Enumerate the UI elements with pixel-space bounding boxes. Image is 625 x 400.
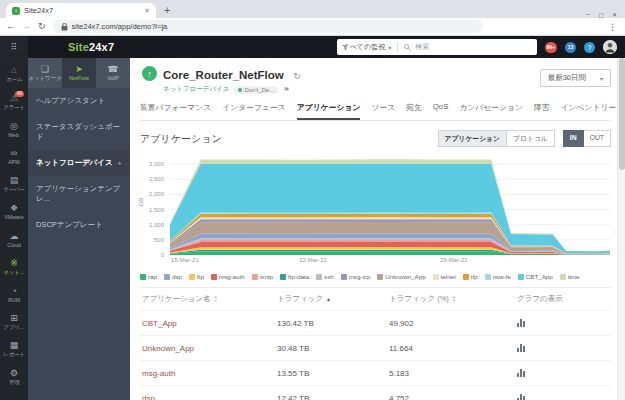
direction-toggle-OUT[interactable]: OUT (584, 130, 611, 147)
column-header-トラフィック (%)[interactable]: トラフィック (%)▲▼ (389, 294, 517, 304)
rail-item-home[interactable]: ⌂ホーム (0, 61, 28, 89)
tab-障害[interactable]: 障害 (534, 102, 550, 120)
legend-item-smtp[interactable]: smtp (252, 273, 273, 280)
tab-ソース[interactable]: ソース (371, 102, 395, 120)
legend-item-ftp[interactable]: ftp (189, 273, 204, 280)
rail-item-label: APM (8, 159, 19, 165)
forward-icon[interactable]: → (22, 22, 31, 31)
y-tick-label: 2,000 (149, 191, 164, 197)
scrollbar[interactable] (617, 58, 625, 400)
tab-装置パフォーマンス[interactable]: 装置パフォーマンス (140, 102, 211, 120)
legend-item-rlp[interactable]: rlp (463, 273, 478, 280)
tag-pill[interactable]: Don't_De... (234, 86, 278, 94)
rail-item-vmware[interactable]: ❖VMware (0, 199, 28, 227)
tag-icon[interactable]: ⚑ (283, 86, 289, 94)
reload-icon[interactable]: ↻ (38, 22, 46, 31)
tab-アプリケーション[interactable]: アプリケーション (297, 102, 361, 120)
tab-カンバセーション[interactable]: カンバセーション (459, 102, 523, 120)
tab-インターフェース[interactable]: インターフェース (222, 102, 285, 120)
sort-down-icon: ▼ (452, 299, 456, 303)
show-graph-icon[interactable] (517, 344, 611, 352)
rail-item-label: アプリ... (4, 324, 24, 331)
legend-item-nsw-fe[interactable]: nsw-fe (485, 273, 511, 280)
tab-QoS[interactable]: QoS (433, 102, 449, 120)
window-controls[interactable]: ─ ▢ ✕ (586, 8, 625, 18)
sidebar-item[interactable]: アプリケーションテンプレ... (28, 176, 130, 212)
rail-item-admin[interactable]: ⚙管理 (0, 364, 28, 392)
legend-item-ssh[interactable]: ssh (316, 273, 334, 280)
rail-item-report[interactable]: ▦レポート (0, 336, 28, 364)
tab-インベントリー[interactable]: インベントリー (561, 102, 617, 120)
tab-宛先[interactable]: 宛先 (406, 102, 422, 120)
sort-asc-icon[interactable]: ▲ (326, 296, 331, 302)
refresh-icon[interactable]: ↻ (293, 71, 301, 81)
sidebar-tab-network[interactable]: ❏ネットワーク (28, 58, 62, 88)
rail-item-app[interactable]: ⊞アプリ... (0, 309, 28, 337)
help-icon[interactable]: ? (584, 42, 595, 53)
section-bar: アプリケーション アプリケーションプロトコル INOUT (140, 130, 611, 147)
legend-item-time[interactable]: time (560, 273, 580, 280)
browser-menu-icon[interactable]: ⋮ (608, 22, 619, 32)
application-name-link[interactable]: msg-auth (142, 369, 277, 378)
browser-tab[interactable]: ↑ Site24x7 ✕ (6, 3, 156, 18)
back-icon[interactable]: ← (6, 22, 15, 31)
scrollbar-thumb[interactable] (619, 58, 625, 170)
search-input[interactable]: 検索 (398, 42, 536, 52)
app-grid-icon[interactable]: ⠿ (0, 36, 28, 58)
plus-icon[interactable]: + (118, 159, 122, 168)
x-tick-label: 29-Mar-21 (440, 257, 468, 263)
legend-item-dsp[interactable]: dsp (164, 273, 182, 280)
column-header-アプリケーション名[interactable]: アプリケーション名▲▼ (142, 294, 277, 304)
column-header-トラフィック[interactable]: トラフィック▲ (277, 294, 389, 304)
traffic-percent-value: 5.183 (389, 369, 517, 378)
time-range-select[interactable]: 最新30日間 ▾ (540, 69, 611, 87)
announcements-icon[interactable]: 99+ (545, 42, 557, 53)
rail-item-server[interactable]: ▤サーバー (0, 171, 28, 199)
application-name-link[interactable]: Unknown_App (142, 344, 277, 353)
direction-toggle-IN[interactable]: IN (563, 130, 584, 147)
legend-label: CBT_App (526, 273, 553, 280)
legend-item-telnet[interactable]: telnet (433, 273, 456, 280)
app-topbar: ⠿ Site24x7 すべての監視▾ 検索 99+ 13 ? (0, 36, 625, 58)
monitor-filter-dropdown[interactable]: すべての監視▾ (337, 42, 399, 52)
sidebar-item[interactable]: ネットフローデバイス+ (28, 150, 130, 176)
sidebar-tab-netflow[interactable]: ➤NetFlow (62, 58, 96, 88)
rail-item-cloud[interactable]: ☁Cloud (0, 226, 28, 254)
view-toggle-プロトコル[interactable]: プロトコル (507, 130, 555, 147)
show-graph-icon[interactable] (517, 394, 611, 400)
rail-item-apm[interactable]: ∞APM (0, 144, 28, 172)
sidebar-item[interactable]: ステータスダッシュボード (28, 114, 130, 150)
person-icon (603, 40, 617, 54)
rail-item-rum[interactable]: ◔RUM (0, 281, 28, 309)
legend-item-ftp-data[interactable]: ftp-data (280, 273, 309, 280)
user-avatar[interactable] (603, 40, 617, 54)
legend-item-rap[interactable]: rap (140, 273, 157, 280)
rail-item-alert[interactable]: ⚠49アラート (0, 89, 28, 117)
application-name-link[interactable]: CBT_App (142, 319, 277, 328)
new-tab-button[interactable]: + (164, 4, 170, 18)
sidebar-tab-voip[interactable]: ☎VoIP (96, 58, 130, 88)
sort-icon[interactable]: ▲▼ (452, 295, 456, 303)
y-tick-label: 1,000 (149, 222, 164, 228)
address-bar[interactable]: site24x7.com/app/demo?l=ja (53, 20, 483, 33)
legend-item-msg-auth[interactable]: msg-auth (211, 273, 245, 280)
legend-label: msg-auth (219, 273, 245, 280)
sidebar-item[interactable]: DSCPテンプレート (28, 212, 130, 238)
legend-item-CBT_App[interactable]: CBT_App (518, 273, 553, 280)
minimize-icon[interactable]: ─ (586, 11, 590, 18)
application-name-link[interactable]: dsp (142, 394, 277, 400)
close-icon[interactable]: ✕ (612, 11, 617, 18)
legend-item-Unknown_App[interactable]: Unknown_App (377, 273, 425, 280)
show-graph-icon[interactable] (517, 369, 611, 377)
show-graph-icon[interactable] (517, 319, 611, 327)
view-toggle-アプリケーション[interactable]: アプリケーション (438, 130, 508, 147)
legend-item-msg-icp[interactable]: msg-icp (341, 273, 371, 280)
notifications-icon[interactable]: 13 (565, 42, 576, 53)
maximize-icon[interactable]: ▢ (598, 11, 604, 18)
sort-icon[interactable]: ▲▼ (214, 295, 218, 303)
sidebar-item[interactable]: ヘルプアシスタント (28, 88, 130, 114)
tab-close-icon[interactable]: ✕ (144, 7, 150, 15)
rail-item-web[interactable]: ◎Web (0, 116, 28, 144)
monitor-type-link[interactable]: ネットフローデバイス (163, 85, 229, 94)
rail-item-network[interactable]: ※ネット... (0, 254, 28, 282)
